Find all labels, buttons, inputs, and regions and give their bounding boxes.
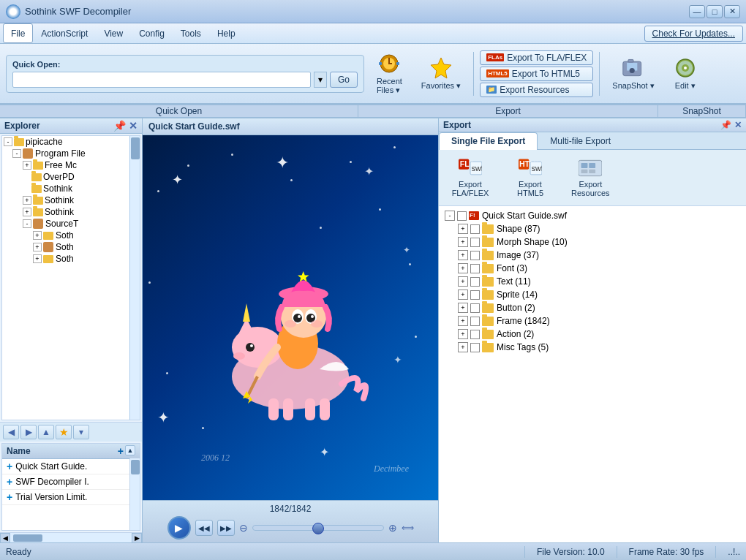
export-tree-item[interactable]: + Action (2) — [442, 328, 743, 341]
expand-icon[interactable]: + — [458, 224, 468, 234]
forward-button[interactable]: ▶ — [20, 425, 37, 439]
pin-export-button[interactable]: 📌 — [720, 120, 731, 130]
checkbox[interactable] — [470, 224, 480, 234]
export-tree-item[interactable]: + Frame (1842) — [442, 314, 743, 328]
tab-single-file[interactable]: Single File Export — [439, 132, 538, 150]
tree-item[interactable]: - pipicache — [2, 136, 129, 148]
list-item[interactable]: + SWF Decompiler I. — [2, 474, 140, 490]
go-button[interactable]: Go — [330, 72, 358, 88]
expand-icon[interactable]: + — [458, 303, 468, 313]
quick-open-input[interactable] — [12, 72, 311, 88]
tree-item[interactable]: Sothink — [2, 183, 129, 194]
expand-icon[interactable]: + — [458, 342, 468, 352]
fast-forward-button[interactable]: ▶▶ — [217, 520, 235, 536]
snapshot-button[interactable]: SnapShot ▾ — [606, 53, 660, 94]
checkbox[interactable] — [470, 264, 480, 273]
menu-tools[interactable]: Tools — [173, 23, 209, 43]
expand-icon[interactable]: + — [458, 276, 468, 287]
seek-minus-button[interactable]: ⊖ — [239, 522, 248, 534]
checkbox[interactable] — [470, 343, 480, 352]
explorer-tree[interactable]: - pipicache - Program File + Free Mc — [1, 135, 140, 420]
expand-icon[interactable]: + — [23, 196, 31, 205]
recent-files-button[interactable]: RecentFiles ▾ — [370, 48, 409, 99]
close-panel-button[interactable]: ✕ — [129, 120, 137, 132]
favorites-button[interactable]: Favorites ▾ — [415, 53, 467, 94]
list-item[interactable]: + Quick Start Guide. — [2, 459, 140, 474]
menu-actionscript[interactable]: ActionScript — [33, 23, 96, 43]
expand-icon[interactable]: + — [458, 263, 468, 273]
tree-item[interactable]: + Soth — [2, 241, 129, 253]
tree-item[interactable]: + Sothink — [2, 206, 129, 218]
tree-item[interactable]: - SourceT — [2, 218, 129, 230]
tree-item[interactable]: + Soth — [2, 230, 129, 241]
checkbox[interactable] — [470, 330, 480, 339]
minimize-button[interactable]: — — [689, 5, 705, 18]
rewind-button[interactable]: ◀◀ — [195, 520, 213, 536]
expand-icon[interactable]: + — [458, 237, 468, 247]
expand-icon[interactable]: - — [23, 219, 31, 228]
resize-handle[interactable]: ⟺ — [402, 523, 414, 533]
export-fla-button[interactable]: FLAs Export To FLA/FLEX — [480, 50, 593, 65]
quick-open-dropdown[interactable]: ▾ — [314, 72, 327, 88]
seek-track[interactable] — [252, 525, 384, 531]
checkbox[interactable] — [470, 277, 480, 287]
export-tree-item[interactable]: + Sprite (14) — [442, 288, 743, 301]
pin-button[interactable]: 📌 — [113, 120, 126, 132]
export-tree-item[interactable]: + Text (11) — [442, 275, 743, 288]
checkbox[interactable] — [470, 238, 480, 247]
export-html5-button[interactable]: HTML5 Export To HTML5 — [480, 67, 593, 81]
tree-item[interactable]: + Soth — [2, 253, 129, 265]
export-tree-item[interactable]: + Button (2) — [442, 301, 743, 314]
expand-icon[interactable]: + — [33, 243, 42, 251]
h-scroll[interactable]: ◀ ▶ — [0, 532, 142, 542]
scroll-right[interactable]: ▶ — [132, 533, 142, 543]
tree-scrollbar[interactable] — [129, 136, 140, 420]
list-scroll-up[interactable]: ▲ — [125, 445, 135, 455]
expand-icon[interactable]: + — [458, 329, 468, 339]
export-resources-action-button[interactable]: ExportResources — [565, 154, 617, 201]
expand-icon[interactable]: + — [23, 208, 31, 216]
export-tree-item[interactable]: + Morph Shape (10) — [442, 235, 743, 249]
up-button[interactable]: ▲ — [38, 425, 54, 439]
export-tree-item[interactable]: + Font (3) — [442, 262, 743, 275]
back-button[interactable]: ◀ — [3, 425, 19, 439]
seek-plus-button[interactable]: ⊕ — [388, 522, 397, 534]
tab-multi-file[interactable]: Multi-file Export — [538, 132, 623, 149]
expand-icon[interactable]: + — [458, 316, 468, 326]
export-tree-item[interactable]: + Shape (87) — [442, 222, 743, 235]
tree-item[interactable]: OverPD — [2, 171, 129, 183]
checkbox[interactable] — [470, 317, 480, 326]
expand-icon[interactable]: + — [458, 290, 468, 300]
tree-item[interactable]: + Free Mc — [2, 159, 129, 171]
export-html5-action-button[interactable]: HTML5 swf ExportHTML5 — [505, 154, 556, 201]
close-button[interactable]: ✕ — [724, 5, 740, 18]
checkbox[interactable] — [470, 303, 480, 313]
check-updates-button[interactable]: Check For Updates... — [644, 26, 743, 42]
expand-icon[interactable]: + — [33, 254, 42, 263]
menu-view[interactable]: View — [96, 23, 131, 43]
expand-icon[interactable]: - — [4, 137, 12, 146]
add-item-button[interactable]: + — [118, 445, 124, 457]
tree-item[interactable]: - Program File — [2, 148, 129, 159]
menu-help[interactable]: Help — [209, 23, 244, 43]
expand-icon[interactable]: + — [33, 231, 42, 240]
expand-icon[interactable]: + — [458, 250, 468, 260]
edit-button[interactable]: Edit ▾ — [667, 53, 704, 94]
export-tree-root[interactable]: - F! Quick Start Guide.swf — [442, 209, 743, 222]
expand-icon[interactable]: + — [23, 161, 31, 170]
play-button[interactable]: ▶ — [167, 516, 191, 540]
tree-item[interactable]: + Sothink — [2, 194, 129, 206]
scroll-left[interactable]: ◀ — [0, 533, 10, 543]
export-tree-item[interactable]: + Misc Tags (5) — [442, 341, 743, 354]
menu-file[interactable]: File — [3, 23, 33, 43]
maximize-button[interactable]: □ — [707, 5, 723, 18]
list-item[interactable]: + Trial Version Limit. — [2, 490, 140, 505]
close-export-button[interactable]: ✕ — [734, 120, 742, 130]
expand-icon[interactable]: - — [12, 149, 21, 158]
dropdown-nav-button[interactable]: ▾ — [73, 425, 89, 439]
export-tree[interactable]: - F! Quick Start Guide.swf + Shape (87) … — [439, 206, 746, 542]
menu-config[interactable]: Config — [131, 23, 173, 43]
list-scrollbar[interactable] — [129, 458, 140, 530]
expand-icon[interactable]: - — [445, 211, 455, 221]
checkbox[interactable] — [470, 251, 480, 260]
